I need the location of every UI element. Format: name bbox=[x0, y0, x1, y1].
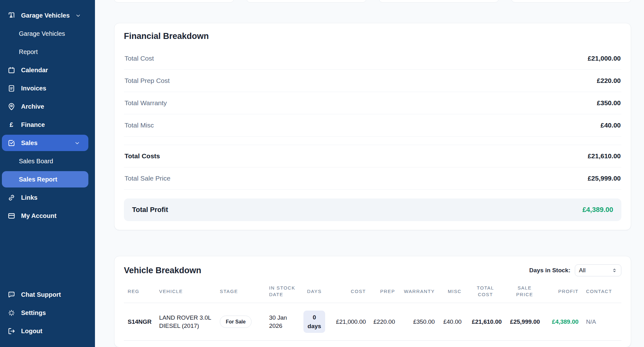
links-icon bbox=[7, 193, 16, 202]
financial-row-label: Total Misc bbox=[125, 122, 154, 129]
sidebar-item-label: Garage Vehicles bbox=[21, 12, 70, 19]
sidebar-item-calendar[interactable]: Calendar bbox=[0, 61, 95, 79]
stage-badge: For Sale bbox=[220, 316, 252, 328]
total-profit-label: Total Profit bbox=[132, 206, 168, 214]
total-profit-value: £4,389.00 bbox=[582, 206, 613, 214]
days-in-stock-label: Days in Stock: bbox=[529, 267, 570, 274]
cell-cost: £21,000.00 bbox=[329, 303, 369, 341]
cell-profit: £4,389.00 bbox=[544, 303, 582, 341]
financial-row-value: £21,000.00 bbox=[588, 55, 621, 62]
sidebar-item-label: Links bbox=[21, 194, 37, 201]
sidebar-item-garage-vehicles[interactable]: Garage Vehicles bbox=[0, 6, 95, 24]
column-header-stage: STAGE bbox=[216, 281, 265, 303]
financial-row-label: Total Warranty bbox=[125, 99, 167, 107]
sidebar-item-links[interactable]: Links bbox=[0, 188, 95, 207]
summary-card bbox=[247, 0, 366, 3]
days-in-stock-badge: 0days bbox=[303, 311, 325, 333]
column-header-profit: PROFIT bbox=[544, 281, 582, 303]
sidebar-item-label: Garage Vehicles bbox=[19, 30, 65, 37]
cell-days: 0days bbox=[300, 303, 329, 341]
main-content: Financial Breakdown Total Cost £21,000.0… bbox=[95, 0, 644, 347]
sidebar-item-label: Invoices bbox=[21, 85, 46, 92]
invoices-icon bbox=[7, 84, 16, 93]
financial-rows: Total Cost £21,000.00Total Prep Cost £22… bbox=[124, 47, 621, 137]
days-in-stock-select[interactable]: All bbox=[575, 264, 621, 276]
column-header-days: DAYS bbox=[300, 281, 329, 303]
sidebar-item-label: Finance bbox=[21, 121, 45, 128]
financial-row: Total Warranty £350.00 bbox=[124, 92, 621, 114]
sidebar-footer-nav: Chat SupportSettingsLogout bbox=[0, 285, 95, 340]
column-header-cost: COST bbox=[329, 281, 369, 303]
financial-breakdown-title: Financial Breakdown bbox=[124, 31, 621, 41]
financial-row-label: Total Sale Price bbox=[125, 175, 170, 182]
vehicle-breakdown-title: Vehicle Breakdown bbox=[124, 266, 201, 275]
archive-icon bbox=[7, 102, 16, 111]
column-header-vehicle: VEHICLE bbox=[155, 281, 216, 303]
sidebar-item-sales-board[interactable]: Sales Board bbox=[0, 152, 95, 170]
sidebar-item-label: Sales Report bbox=[19, 176, 57, 183]
sidebar-item-label: Settings bbox=[21, 309, 46, 317]
cell-in_stock_date: 30 Jan 2026 bbox=[265, 303, 300, 341]
chevron-down-icon[interactable] bbox=[74, 140, 80, 146]
table-body: S14NGRLAND ROVER 3.0L DIESEL (2017)For S… bbox=[124, 303, 621, 341]
cell-misc: £40.00 bbox=[439, 303, 465, 341]
financial-row: Total Prep Cost £220.00 bbox=[124, 70, 621, 92]
sidebar-item-my-account[interactable]: My Account bbox=[0, 207, 95, 225]
column-header-contact: CONTACT bbox=[582, 281, 621, 303]
financial-row: Total Misc £40.00 bbox=[124, 114, 621, 137]
cell-reg: S14NGR bbox=[124, 303, 155, 341]
sidebar-item-logout[interactable]: Logout bbox=[0, 322, 95, 340]
sidebar-item-report[interactable]: Report bbox=[0, 43, 95, 61]
sidebar-item-label: Chat Support bbox=[21, 291, 61, 298]
sidebar-item-finance[interactable]: £Finance bbox=[0, 116, 95, 134]
chat-support-icon bbox=[7, 290, 16, 299]
finance-icon: £ bbox=[7, 121, 16, 129]
cell-sale_price: £25,999.00 bbox=[506, 303, 544, 341]
financial-row-value: £25,999.00 bbox=[588, 175, 621, 182]
financial-row-value: £350.00 bbox=[597, 99, 621, 107]
financial-breakdown-card: Financial Breakdown Total Cost £21,000.0… bbox=[114, 23, 631, 230]
financial-row: Total Sale Price £25,999.00 bbox=[124, 167, 621, 190]
financial-row-label: Total Costs bbox=[125, 152, 160, 160]
days-in-stock-selected-value: All bbox=[579, 267, 612, 274]
sidebar-item-archive[interactable]: Archive bbox=[0, 97, 95, 116]
sidebar-item-garage-vehicles-sub[interactable]: Garage Vehicles bbox=[0, 24, 95, 43]
cell-total_cost: £21,610.00 bbox=[465, 303, 506, 341]
vehicle-breakdown-card: Vehicle Breakdown Days in Stock: All REG… bbox=[114, 256, 631, 347]
vehicle-row[interactable]: S14NGRLAND ROVER 3.0L DIESEL (2017)For S… bbox=[124, 303, 621, 341]
column-header-total_cost: TOTAL COST bbox=[465, 281, 506, 303]
svg-text:£: £ bbox=[10, 121, 14, 128]
sidebar-item-settings[interactable]: Settings bbox=[0, 304, 95, 322]
total-profit-box: Total Profit £4,389.00 bbox=[124, 198, 621, 221]
column-header-reg: REG bbox=[124, 281, 155, 303]
summary-card bbox=[114, 0, 234, 3]
sidebar-nav: Garage VehiclesGarage VehiclesReportCale… bbox=[0, 6, 95, 225]
sidebar-item-sales-report[interactable]: Sales Report bbox=[2, 171, 88, 187]
column-header-in_stock_date: IN STOCK DATE bbox=[265, 281, 300, 303]
garage-vehicles-icon bbox=[7, 11, 16, 20]
sidebar-item-label: Logout bbox=[21, 328, 42, 335]
financial-row: Total Cost £21,000.00 bbox=[124, 47, 621, 70]
column-header-prep: PREP bbox=[370, 281, 399, 303]
days-in-stock-filter: Days in Stock: All bbox=[529, 264, 621, 276]
cell-prep: £220.00 bbox=[370, 303, 399, 341]
sidebar-item-sales[interactable]: Sales bbox=[2, 135, 88, 151]
chevron-down-icon[interactable] bbox=[75, 13, 81, 19]
cell-warranty: £350.00 bbox=[399, 303, 438, 341]
summary-cards-cutoff bbox=[114, 0, 631, 3]
sales-icon bbox=[7, 139, 16, 147]
financial-row-value: £220.00 bbox=[597, 77, 621, 84]
sidebar-item-invoices[interactable]: Invoices bbox=[0, 79, 95, 97]
select-updown-icon bbox=[612, 268, 617, 273]
cell-stage: For Sale bbox=[216, 303, 265, 341]
financial-row-value: £40.00 bbox=[601, 122, 621, 129]
financial-row: Total Costs £21,610.00 bbox=[124, 145, 621, 167]
financial-row-label: Total Cost bbox=[125, 55, 154, 62]
financial-row-value: £21,610.00 bbox=[588, 152, 621, 160]
cell-vehicle: LAND ROVER 3.0L DIESEL (2017) bbox=[155, 303, 216, 341]
sidebar-item-label: Report bbox=[19, 48, 38, 56]
summary-card bbox=[511, 0, 631, 3]
sidebar-item-label: My Account bbox=[21, 212, 57, 220]
sidebar-item-label: Calendar bbox=[21, 67, 48, 74]
sidebar-item-chat-support[interactable]: Chat Support bbox=[0, 285, 95, 304]
